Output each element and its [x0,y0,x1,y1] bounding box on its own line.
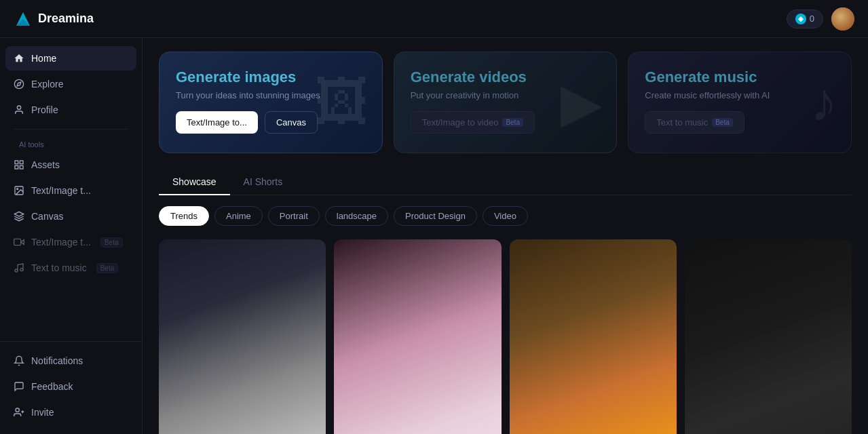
video-icon [14,237,24,248]
music-card-buttons: Text to music Beta [645,111,835,134]
svg-point-15 [20,269,23,271]
image-card-1[interactable] [159,239,326,434]
user-plus-icon [14,407,24,418]
image-card-4[interactable]: Aneeb Artist 2 [685,239,852,434]
svg-point-2 [14,79,23,88]
sidebar-assets-label: Assets [31,159,60,170]
sidebar-profile-label: Profile [31,104,58,115]
header-right: ◈ 0 [787,7,854,31]
sidebar-text-image-label: Text/Image t... [31,185,91,196]
text-to-music-button[interactable]: Text to music Beta [645,111,744,134]
image-icon [14,185,24,196]
sidebar: Home Explore Profile AI tools [0,38,143,434]
svg-rect-7 [15,165,18,169]
sidebar-item-explore[interactable]: Explore [5,72,136,96]
sidebar-item-profile[interactable]: Profile [5,98,136,122]
avatar-image [831,7,854,31]
hero-card-music: Generate music Create music effortlessly… [628,52,852,153]
music-bg-icon: ♪ [810,71,837,134]
sidebar-bottom: Notifications Feedback Invite [0,341,142,426]
credits-badge[interactable]: ◈ 0 [787,9,823,28]
layers-icon [14,211,24,222]
sidebar-notifications-label: Notifications [31,355,83,366]
showcase-tabs: Showcase AI Shorts [159,170,852,195]
sidebar-item-home[interactable]: Home [5,46,136,71]
svg-rect-8 [20,165,23,169]
music-card-title: Generate music [645,68,835,86]
sidebar-item-text-image-beta[interactable]: Text/Image t... Beta [5,230,136,254]
grid-icon [14,159,24,170]
music-btn-badge: Beta [712,118,733,127]
filter-video[interactable]: Video [483,206,528,226]
svg-point-14 [15,269,18,272]
logo[interactable]: Dreamina [14,9,94,28]
svg-marker-11 [14,212,23,216]
sidebar-feedback-label: Feedback [31,381,73,392]
sidebar-item-notifications[interactable]: Notifications [5,349,136,373]
sidebar-home-label: Home [31,53,56,64]
sidebar-text-image-beta-label: Text/Image t... [31,237,91,248]
music-card-subtitle: Create music effortlessly with AI [645,90,835,100]
sidebar-item-canvas[interactable]: Canvas [5,204,136,229]
filter-trends[interactable]: Trends [159,206,209,226]
filter-anime[interactable]: Anime [214,206,263,226]
credits-value: 0 [810,14,814,24]
image-card-2[interactable] [334,239,501,434]
image-card-3[interactable] [510,239,677,434]
music-btn-label: Text to music [656,117,708,127]
sidebar-item-feedback[interactable]: Feedback [5,374,136,399]
sidebar-divider-1 [14,129,128,130]
sidebar-item-assets[interactable]: Assets [5,153,136,177]
sidebar-item-invite[interactable]: Invite [5,400,136,425]
beta-badge-video: Beta [100,237,123,248]
bell-icon [14,355,24,366]
home-icon [14,53,24,64]
sidebar-item-text-image[interactable]: Text/Image t... [5,178,136,203]
svg-rect-6 [20,161,23,164]
hero-cards: Generate images Turn your ideas into stu… [159,52,852,153]
text-image-button[interactable]: Text/Image to... [176,111,258,134]
svg-point-4 [17,106,20,109]
svg-marker-3 [17,82,21,86]
sidebar-item-text-music[interactable]: Text to music Beta [5,256,136,280]
svg-point-10 [17,189,18,190]
message-icon [14,381,24,392]
tab-showcase[interactable]: Showcase [159,170,230,195]
logo-icon [14,9,33,28]
credits-icon: ◈ [795,14,806,24]
filter-product-design[interactable]: Product Design [394,206,477,226]
app-header: Dreamina ◈ 0 [0,0,868,38]
music-icon [14,262,24,273]
svg-point-16 [16,408,19,412]
user-avatar[interactable] [831,7,854,31]
sidebar-nav: Home Explore Profile AI tools [0,46,142,281]
image-grid: Aneeb Artist 2 [159,239,852,434]
tab-ai-shorts[interactable]: AI Shorts [230,170,297,195]
compass-icon [14,79,24,90]
svg-rect-5 [15,161,18,164]
video-btn-label: Text/Image to video [422,117,499,127]
hero-card-videos: Generate videos Put your creativity in m… [394,52,618,153]
beta-badge-music: Beta [96,263,119,273]
logo-text: Dreamina [38,12,94,26]
sidebar-canvas-label: Canvas [31,211,63,222]
canvas-button[interactable]: Canvas [265,111,318,134]
video-btn-badge: Beta [502,118,523,127]
main-content: Generate images Turn your ideas into stu… [143,38,868,434]
svg-marker-12 [21,240,24,245]
filter-landscape[interactable]: landscape [325,206,388,226]
sidebar-explore-label: Explore [31,79,63,90]
text-image-to-video-button[interactable]: Text/Image to video Beta [411,111,535,134]
main-layout: Home Explore Profile AI tools [0,38,868,434]
filter-portrait[interactable]: Portrait [268,206,320,226]
videos-bg-icon: ▶ [561,71,603,134]
sidebar-text-music-label: Text to music [31,262,87,273]
images-bg-icon: 🖼 [314,71,369,134]
filter-pills: Trends Anime Portrait landscape Product … [159,206,852,226]
hero-card-images: Generate images Turn your ideas into stu… [159,52,383,153]
svg-rect-13 [14,239,21,245]
ai-tools-label: AI tools [5,136,136,153]
user-icon [14,104,24,115]
sidebar-invite-label: Invite [31,407,54,418]
